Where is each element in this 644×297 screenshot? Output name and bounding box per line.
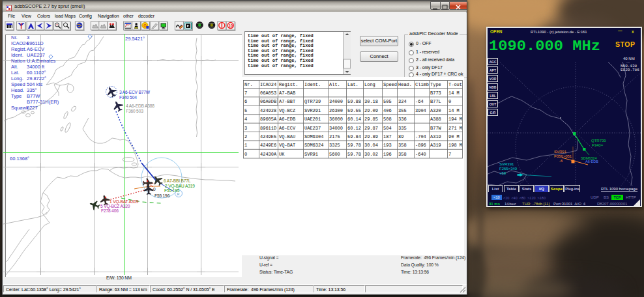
svg-text:B773: B773	[430, 91, 441, 96]
svg-text:5600: 5600	[329, 152, 340, 157]
svg-text:358: 358	[398, 143, 407, 148]
svg-text:2175: 2175	[329, 134, 340, 139]
svg-text:193: 193	[383, 143, 392, 148]
svg-text:SVR291: SVR291	[304, 108, 321, 113]
svg-text:30.02: 30.02	[364, 152, 378, 157]
svg-text:59.88: 59.88	[347, 99, 361, 104]
svg-text:198 M: 198 M	[448, 143, 462, 148]
svg-text:1090.000 MHz: 1090.000 MHz	[489, 38, 600, 54]
svg-text:F278 406: F278 406	[101, 208, 119, 213]
svg-text:ICAO24: ICAO24	[260, 82, 276, 87]
svg-text:-640: -640	[415, 152, 426, 157]
svg-text:F340=: F340=	[592, 143, 604, 147]
svg-text:358: 358	[398, 152, 407, 157]
svg-text:SVR91: SVR91	[554, 150, 567, 154]
svg-text:42430A: 42430A	[260, 152, 277, 157]
svg-text:14 M: 14 M	[448, 91, 460, 96]
svg-text:A6-EDB: A6-EDB	[279, 117, 295, 122]
svg-text:60.14: 60.14	[347, 117, 361, 122]
svg-text:271 M: 271 M	[448, 126, 462, 131]
svg-text:Speed: Speed	[383, 82, 397, 87]
svg-text:89: 89	[398, 134, 403, 139]
svg-text:505: 505	[383, 99, 392, 104]
svg-text:89611D: 89611D	[260, 126, 276, 131]
svg-text:89605A: 89605A	[260, 117, 277, 122]
svg-text:0: 0	[448, 99, 451, 104]
svg-text:Nr.: Nr.	[244, 82, 253, 87]
svg-text:-704: -704	[415, 134, 426, 139]
svg-text:Ident.: Ident.	[304, 82, 321, 87]
svg-text:0: 0	[153, 187, 156, 191]
svg-text:6 A7-BBI B77L: 6 A7-BBI B77L	[164, 178, 191, 183]
svg-text:F056>051: F056>051	[554, 154, 572, 158]
svg-text:QTR739: QTR739	[304, 99, 321, 104]
svg-text:F55 196: F55 196	[154, 193, 170, 198]
svg-text:UK: UK	[279, 152, 285, 157]
svg-text:A319: A319	[430, 134, 441, 139]
svg-text:36000: 36000	[329, 117, 343, 122]
svg-text:B77L: B77L	[430, 99, 441, 104]
svg-text:34000: 34000	[329, 99, 343, 104]
svg-text:F265>340: F265>340	[499, 167, 518, 171]
svg-text:-6: -6	[559, 159, 563, 163]
svg-text:406: 406	[383, 108, 392, 113]
svg-text:26300: 26300	[329, 108, 343, 113]
svg-text:+59: +59	[499, 171, 506, 175]
svg-text:-64: -64	[415, 99, 424, 104]
svg-text:06A0DB: 06A0DB	[260, 99, 276, 104]
svg-text:4: 4	[244, 117, 247, 122]
svg-text:7: 7	[448, 152, 451, 157]
svg-text:SDM6304: SDM6304	[304, 134, 323, 139]
svg-text:SDM6324: SDM6324	[304, 143, 323, 148]
svg-text:196: 196	[383, 152, 392, 157]
svg-text:SVR91: SVR91	[304, 152, 318, 157]
svg-text:59.78: 59.78	[347, 152, 361, 157]
svg-text:34000: 34000	[329, 126, 343, 131]
svg-text:29.85: 29.85	[364, 117, 378, 122]
svg-text:335: 335	[398, 126, 407, 131]
svg-text:1: 1	[244, 143, 247, 148]
svg-text:VQ-BCZ: VQ-BCZ	[279, 108, 295, 113]
svg-text:194 M: 194 M	[448, 117, 462, 122]
svg-text:10: 10	[228, 23, 233, 28]
svg-text:A320: A320	[430, 108, 441, 113]
svg-text:3: 3	[244, 126, 247, 131]
svg-text:3325: 3325	[329, 143, 340, 148]
svg-text:A319: A319	[430, 143, 441, 148]
svg-text:324: 324	[398, 99, 407, 104]
svg-text:A6-EDB: A6-EDB	[585, 160, 598, 163]
svg-text:Head.: Head.	[398, 82, 412, 87]
svg-text:508: 508	[383, 117, 392, 122]
svg-text:424928: 424928	[260, 108, 276, 113]
svg-text:VQ-BAU: VQ-BAU	[279, 134, 295, 139]
svg-text:SVR391: SVR391	[499, 162, 514, 166]
svg-text:-896: -896	[415, 143, 426, 148]
svg-text:29.89: 29.89	[364, 134, 378, 139]
svg-text:A7-BBT: A7-BBT	[279, 99, 295, 104]
svg-text:Alt.: Alt.	[329, 82, 340, 87]
svg-text:UAE201: UAE201	[304, 117, 321, 122]
svg-text:5: 5	[244, 108, 247, 113]
svg-text:2: 2	[244, 134, 247, 139]
svg-text:0: 0	[244, 152, 247, 157]
svg-text:Climb: Climb	[415, 82, 429, 87]
svg-text:504: 504	[383, 126, 392, 131]
svg-text:QTR739: QTR739	[591, 139, 606, 143]
svg-text:59.84: 59.84	[347, 134, 361, 139]
svg-text:06A053: 06A053	[260, 91, 276, 96]
svg-text:F340 504: F340 504	[119, 95, 137, 100]
svg-text:A6-ECV: A6-ECV	[279, 126, 296, 131]
svg-text:29.09: 29.09	[364, 108, 378, 113]
svg-text:F360 503: F360 503	[126, 109, 143, 113]
svg-text:3904: 3904	[415, 108, 426, 113]
svg-text:4249E5: 4249E5	[260, 134, 276, 139]
svg-text:A7-BAB: A7-BAB	[279, 91, 295, 96]
svg-text:187: 187	[383, 134, 392, 139]
svg-text:B77W: B77W	[430, 126, 442, 131]
svg-text:355: 355	[398, 108, 407, 113]
svg-text:VQ-BAT: VQ-BAT	[279, 143, 295, 148]
svg-text:4 A6-EDB A388: 4 A6-EDB A388	[126, 104, 154, 108]
svg-text:7: 7	[244, 91, 247, 96]
svg-text:6: 6	[244, 99, 247, 104]
svg-text:UAE237: UAE237	[304, 126, 321, 131]
